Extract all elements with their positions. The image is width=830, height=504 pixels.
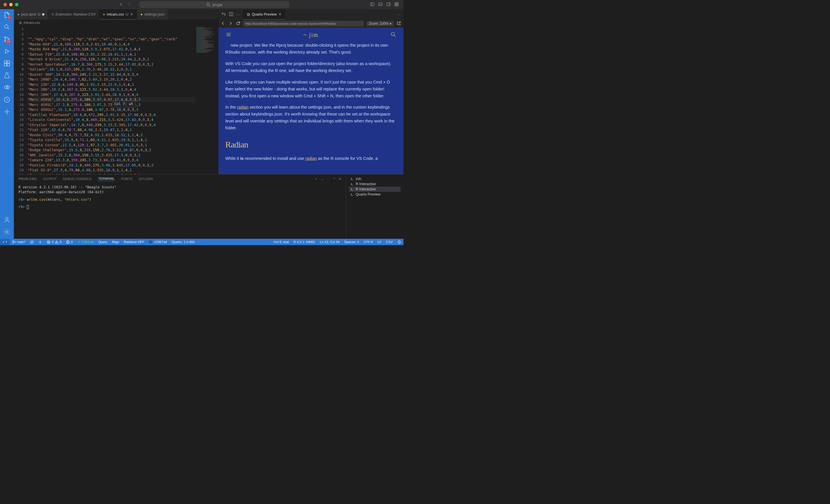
gitlens-icon[interactable] [3, 108, 10, 115]
panel-actions: + ⌄ ⋯ ^ ✕ [315, 177, 341, 181]
panel-tab-output[interactable]: OUTPUT [43, 177, 57, 180]
panel-tab-gitlens[interactable]: GITLENS [139, 177, 153, 180]
tab-extension-rainbow-csv[interactable]: ≡Extension: Rainbow CSV [48, 9, 99, 20]
preview-refresh-icon[interactable] [236, 21, 241, 27]
panel-close-icon[interactable]: ✕ [339, 177, 341, 181]
timeline-icon[interactable] [3, 96, 10, 103]
terminal[interactable]: R version 4.3.1 (2023-06-16) -- "Beagle … [14, 183, 346, 239]
close-window[interactable] [3, 3, 7, 6]
explorer-badge: 1 [7, 15, 11, 19]
panel-tab-debug-console[interactable]: DEBUG CONSOLE [63, 177, 92, 180]
compare-icon[interactable] [221, 12, 226, 17]
settings-gear-icon[interactable] [3, 228, 10, 235]
svg-rect-7 [397, 5, 398, 6]
panel-bottom-icon[interactable] [378, 2, 383, 7]
split-icon[interactable] [229, 12, 233, 17]
radian-link-2[interactable]: radian [305, 156, 317, 161]
preview-forward-icon[interactable] [228, 21, 233, 27]
tab-settings-json[interactable]: ●settings.json [137, 9, 168, 20]
panel-tab-terminal[interactable]: TERMINAL [98, 177, 115, 181]
tab-post-qmd[interactable]: ●post.qmdU [14, 9, 48, 20]
terminal-item[interactable]: R Interactive [349, 181, 401, 187]
sb-indent[interactable]: Spaces: 4 [342, 240, 361, 244]
preview-toolbar: http://localhost:4355/posts/vs-code-maco… [219, 20, 404, 28]
minimap[interactable] [195, 26, 218, 174]
hamburger-icon[interactable] [225, 31, 232, 39]
panel-left-icon[interactable] [370, 2, 375, 7]
tab-quarto-preview[interactable]: ▦Quarto Preview✕ [243, 9, 285, 20]
run-debug-icon[interactable] [3, 48, 10, 55]
csvlint-status[interactable]: ✓ CSVLint [75, 239, 96, 245]
explorer-icon[interactable]: 1 [3, 11, 10, 19]
sb-rainbow[interactable]: Rainbow OFF [122, 239, 147, 245]
panel-more-icon[interactable]: ⋯ [327, 177, 330, 181]
gitlens-status[interactable] [36, 239, 44, 245]
accounts-icon[interactable] [3, 216, 10, 223]
hover-tooltip: Col 7: wt [112, 101, 136, 108]
p4: In the radian section you will learn abo… [225, 104, 396, 132]
nav-forward-icon[interactable] [127, 2, 131, 7]
preview-back-icon[interactable] [221, 21, 225, 27]
quarto-preview-pane: http://localhost:4355/posts/vs-code-maco… [219, 20, 404, 174]
ports-status[interactable]: 0 [64, 239, 75, 245]
svg-point-19 [6, 217, 8, 220]
close-icon[interactable]: ✕ [278, 12, 282, 16]
nav-back-icon[interactable] [119, 2, 123, 7]
breadcrumb[interactable]: ⊞ mtcars.csv [14, 20, 218, 26]
remote-indicator[interactable] [0, 239, 10, 245]
panel-tab-problems[interactable]: PROBLEMS [19, 177, 37, 180]
terminal-line: R version 4.3.1 (2023-06-16) -- "Beagle … [19, 185, 341, 190]
sb-quarto[interactable]: Quarto: 1.3.450 [169, 239, 197, 245]
sb-r-version[interactable]: R 4.3.1: 64901 [291, 240, 317, 244]
r-icon[interactable] [3, 84, 10, 91]
radian-link[interactable]: radian [237, 105, 248, 109]
sb-col[interactable]: Col 6: drat [271, 240, 291, 244]
site-search-icon[interactable] [390, 31, 396, 39]
command-center[interactable]: jimgar [139, 1, 289, 8]
line-gutter: 1234567891011121314151617181920212223242… [14, 26, 28, 174]
more-icon[interactable]: ⋯ [236, 12, 240, 17]
terminal-item[interactable]: Quarto Preview [349, 192, 401, 197]
preview-url[interactable]: http://localhost:4355/posts/vs-code-maco… [243, 21, 364, 27]
panel-tab-ports[interactable]: PORTS [121, 177, 132, 180]
maximize-window[interactable] [15, 3, 19, 6]
p1: new project. We like the Rproj because: … [225, 43, 388, 55]
sb-lang[interactable]: CSV [384, 240, 395, 244]
new-terminal-icon[interactable]: + [315, 177, 317, 181]
search-icon[interactable] [3, 24, 10, 31]
sb-cursor[interactable]: Ln 13, Col 34 [318, 240, 342, 244]
preview-zoom[interactable]: Zoom: 100%▾ [366, 21, 394, 26]
notifications-icon[interactable] [395, 240, 404, 244]
sb-encoding[interactable]: UTF-8 [361, 240, 375, 244]
testing-icon[interactable] [3, 72, 10, 79]
site-brand[interactable]: ~ jim [304, 32, 319, 38]
panel-right-icon[interactable] [386, 2, 391, 7]
extensions-icon[interactable] [3, 60, 10, 67]
file-icon: ● [140, 12, 143, 16]
sync-icon[interactable] [28, 239, 36, 245]
sb-query[interactable]: Query [96, 239, 109, 245]
terminal-item[interactable]: R Interactive [349, 187, 401, 192]
sb-eol[interactable]: LF [375, 240, 384, 244]
code-area[interactable]: 1234567891011121314151617181920212223242… [14, 26, 218, 174]
problems-status[interactable]: 0 0 [44, 239, 64, 245]
preview-body[interactable]: ~ jim … new project. We like the Rproj b… [219, 28, 404, 174]
customize-layout-icon[interactable] [394, 2, 399, 7]
open-external-icon[interactable] [396, 21, 401, 27]
panel-maximize-icon[interactable]: ^ [333, 177, 335, 181]
sb-color[interactable]: #1857a4 [147, 239, 169, 245]
terminal-dropdown-icon[interactable]: ⌄ [321, 177, 323, 181]
editor-region: ●post.qmdU≡Extension: Rainbow CSV●mtcars… [14, 9, 404, 239]
tab-mtcars-csv[interactable]: ●mtcars.csvU✕ [99, 9, 137, 20]
sb-align[interactable]: Align [109, 239, 122, 245]
close-icon[interactable]: ✕ [130, 12, 133, 16]
file-icon: ≡ [52, 12, 54, 16]
svg-rect-14 [4, 64, 7, 66]
minimize-window[interactable] [9, 3, 13, 6]
git-branch[interactable]: main* [10, 239, 28, 245]
source-control-icon[interactable]: 13 [3, 36, 10, 43]
terminal-item[interactable]: zsh [349, 176, 401, 181]
svg-point-16 [4, 86, 9, 89]
more-icon[interactable]: ⋯ [397, 12, 401, 17]
code-content[interactable]: "","mpg","cyl","disp","hp","drat","wt","… [28, 26, 195, 174]
